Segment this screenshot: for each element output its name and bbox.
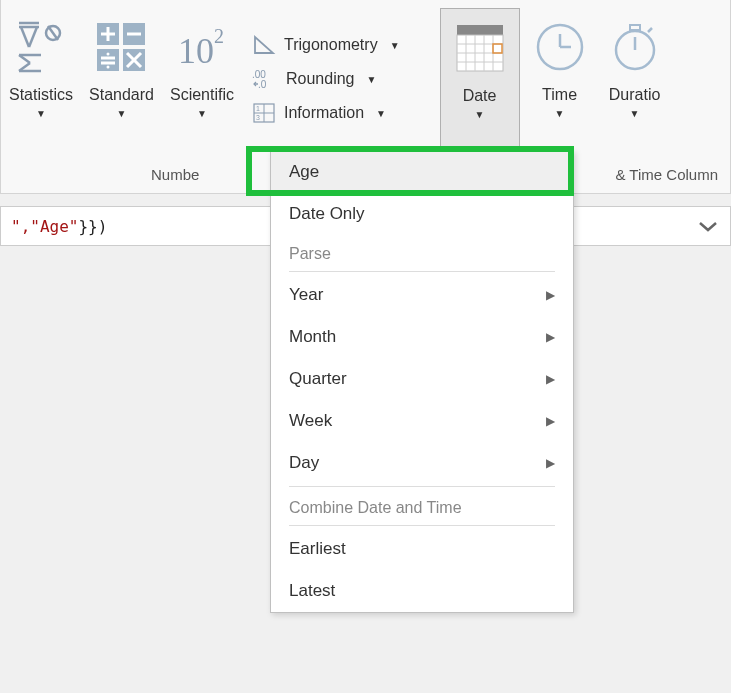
duration-label: Duratio [609, 86, 661, 104]
menu-header-combine: Combine Date and Time [271, 489, 573, 523]
dropdown-caret-icon: ▼ [366, 74, 376, 85]
duration-icon [610, 12, 660, 82]
rounding-label: Rounding [286, 70, 355, 88]
svg-point-19 [107, 66, 110, 69]
svg-text:10: 10 [178, 31, 214, 71]
menu-item-label: Week [289, 411, 332, 431]
svg-rect-47 [630, 25, 640, 30]
formula-text-age: "Age" [30, 217, 78, 236]
menu-header-parse: Parse [271, 235, 573, 269]
menu-item-month[interactable]: Month ▶ [271, 316, 573, 358]
time-button[interactable]: Time ▼ [520, 8, 600, 150]
menu-item-week[interactable]: Week ▶ [271, 400, 573, 442]
dropdown-caret-icon: ▼ [630, 108, 640, 119]
group-label-number: Numbe [151, 166, 199, 183]
menu-item-label: Quarter [289, 369, 347, 389]
expand-formula-icon[interactable] [698, 216, 718, 237]
menu-item-label: Year [289, 285, 323, 305]
svg-line-2 [29, 27, 37, 47]
statistics-label: Statistics [9, 86, 73, 104]
time-label: Time [542, 86, 577, 104]
svg-point-18 [107, 53, 110, 56]
submenu-arrow-icon: ▶ [546, 456, 555, 470]
menu-item-label: Month [289, 327, 336, 347]
svg-text:3: 3 [256, 114, 260, 121]
trigonometry-button[interactable]: Trigonometry ▼ [252, 34, 400, 56]
menu-item-label: Latest [289, 581, 335, 601]
submenu-arrow-icon: ▶ [546, 372, 555, 386]
date-label: Date [463, 87, 497, 105]
menu-separator [289, 271, 555, 272]
information-label: Information [284, 104, 364, 122]
menu-item-age[interactable]: Age [271, 151, 573, 193]
dropdown-caret-icon: ▼ [390, 40, 400, 51]
statistics-button[interactable]: Statistics ▼ [1, 8, 81, 150]
dropdown-caret-icon: ▼ [555, 108, 565, 119]
svg-text:2: 2 [214, 25, 224, 47]
menu-item-latest[interactable]: Latest [271, 570, 573, 612]
information-icon: 1 3 [252, 102, 276, 124]
scientific-label: Scientific [170, 86, 234, 104]
dropdown-caret-icon: ▼ [36, 108, 46, 119]
rounding-button[interactable]: .00 .0 Rounding ▼ [252, 68, 400, 90]
svg-text:.0: .0 [258, 79, 267, 90]
group-label-datetime: & Time Column [615, 166, 718, 183]
trigonometry-label: Trigonometry [284, 36, 378, 54]
standard-button[interactable]: Standard ▼ [81, 8, 162, 150]
scientific-icon: 10 2 [174, 12, 230, 82]
small-buttons-column: Trigonometry ▼ .00 .0 Rounding ▼ 1 [242, 8, 410, 150]
standard-label: Standard [89, 86, 154, 104]
menu-item-label: Day [289, 453, 319, 473]
date-button[interactable]: Date ▼ [440, 8, 520, 150]
statistics-icon [13, 12, 69, 82]
ribbon-buttons-row: Statistics ▼ [1, 0, 730, 150]
date-icon [455, 13, 505, 83]
date-dropdown-menu: Age Date Only Parse Year ▶ Month ▶ Quart… [270, 150, 574, 613]
formula-text-prefix: ", [11, 217, 30, 236]
menu-item-day[interactable]: Day ▶ [271, 442, 573, 484]
menu-item-label: Date Only [289, 204, 365, 224]
menu-item-quarter[interactable]: Quarter ▶ [271, 358, 573, 400]
menu-item-year[interactable]: Year ▶ [271, 274, 573, 316]
menu-item-earliest[interactable]: Earliest [271, 528, 573, 570]
menu-separator [289, 525, 555, 526]
time-icon [535, 12, 585, 82]
dropdown-caret-icon: ▼ [376, 108, 386, 119]
submenu-arrow-icon: ▶ [546, 330, 555, 344]
menu-separator [289, 486, 555, 487]
trigonometry-icon [252, 34, 276, 56]
duration-button[interactable]: Duratio ▼ [600, 8, 670, 150]
svg-line-1 [21, 27, 29, 47]
information-button[interactable]: 1 3 Information ▼ [252, 102, 400, 124]
standard-icon [95, 12, 147, 82]
formula-text-suffix: }}) [78, 217, 107, 236]
menu-item-label: Earliest [289, 539, 346, 559]
submenu-arrow-icon: ▶ [546, 288, 555, 302]
dropdown-caret-icon: ▼ [197, 108, 207, 119]
submenu-arrow-icon: ▶ [546, 414, 555, 428]
scientific-button[interactable]: 10 2 Scientific ▼ [162, 8, 242, 150]
rounding-icon: .00 .0 [252, 68, 278, 90]
menu-item-date-only[interactable]: Date Only [271, 193, 573, 235]
svg-rect-32 [457, 25, 503, 35]
svg-line-48 [648, 28, 652, 32]
dropdown-caret-icon: ▼ [117, 108, 127, 119]
dropdown-caret-icon: ▼ [475, 109, 485, 120]
menu-item-label: Age [289, 162, 319, 182]
svg-text:1: 1 [256, 105, 260, 112]
